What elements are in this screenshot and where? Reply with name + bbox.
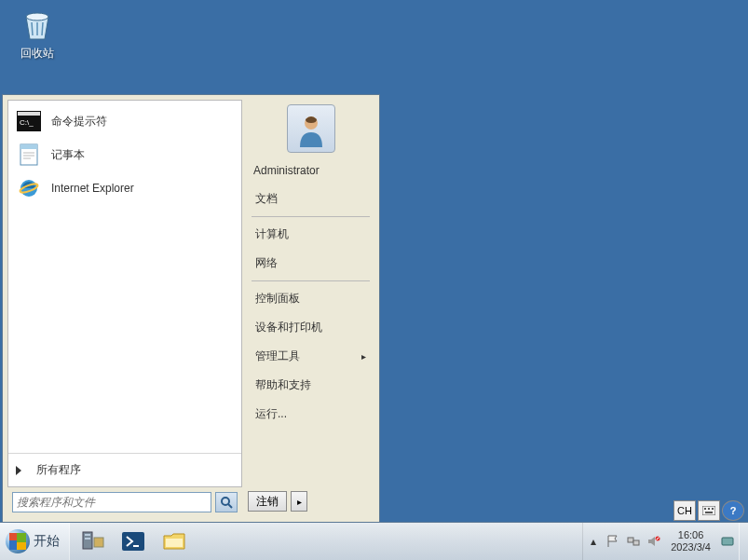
svg-rect-22 [94, 538, 103, 547]
svg-rect-20 [85, 534, 90, 536]
menu-item-run[interactable]: 运行... [242, 400, 379, 429]
svg-rect-21 [85, 538, 90, 540]
start-menu: C:\_ 命令提示符 记事本 Internet Explorer 所有程序 [2, 94, 380, 522]
svg-rect-25 [628, 538, 633, 542]
language-bar: CH ? [673, 500, 744, 521]
powershell-icon [120, 528, 146, 554]
menu-item-label: 管理工具 [255, 348, 300, 364]
arrow-right-icon [16, 466, 21, 475]
help-icon[interactable]: ? [722, 500, 744, 521]
menu-separator [252, 280, 370, 281]
svg-rect-5 [705, 512, 713, 513]
program-label: Internet Explorer [51, 182, 134, 195]
menu-item-admin-tools[interactable]: 管理工具▸ [242, 342, 379, 371]
logoff-options-button[interactable]: ▸ [291, 491, 307, 512]
chevron-right-icon: ▸ [361, 351, 366, 362]
menu-item-label: 网络 [255, 255, 278, 271]
svg-line-17 [228, 504, 232, 508]
svg-rect-7 [18, 112, 40, 116]
menu-item-devices-printers[interactable]: 设备和打印机 [242, 313, 379, 342]
menu-item-label: 运行... [255, 406, 287, 422]
logoff-row: 注销 ▸ [242, 486, 379, 516]
search-button[interactable] [215, 492, 238, 512]
tray-expand-button[interactable]: ▴ [587, 535, 600, 548]
menu-item-label: 设备和打印机 [255, 320, 322, 335]
server-manager-icon [79, 528, 105, 554]
all-programs-label: 所有程序 [36, 462, 81, 478]
clock-date: 2023/3/4 [671, 541, 711, 553]
svg-rect-3 [708, 508, 710, 510]
program-item-cmd[interactable]: C:\_ 命令提示符 [8, 104, 241, 138]
desktop-icon-recycle-bin[interactable]: 回收站 [9, 6, 65, 61]
taskbar-clock[interactable]: 16:06 2023/3/4 [667, 529, 714, 553]
program-item-notepad[interactable]: 记事本 [8, 138, 241, 171]
program-label: 记事本 [51, 147, 85, 163]
all-programs-button[interactable]: 所有程序 [8, 453, 241, 486]
start-menu-right-pane: Administrator 文档计算机网络控制面板设备和打印机管理工具▸帮助和支… [242, 95, 379, 522]
start-button[interactable]: 开始 [0, 523, 70, 560]
start-label: 开始 [34, 533, 60, 550]
chevron-right-icon: ▸ [297, 497, 302, 507]
taskbar: 开始 ▴ 16:06 2023/3/4 [0, 522, 748, 560]
svg-rect-1 [702, 506, 715, 515]
menu-item-documents[interactable]: 文档 [242, 184, 379, 213]
program-item-ie[interactable]: Internet Explorer [8, 171, 241, 205]
search-icon [220, 496, 233, 509]
svg-rect-29 [722, 538, 733, 545]
start-menu-search-row [7, 486, 242, 517]
start-menu-left-pane: C:\_ 命令提示符 记事本 Internet Explorer 所有程序 [7, 100, 242, 517]
svg-text:C:\_: C:\_ [20, 118, 34, 127]
svg-rect-10 [20, 144, 37, 149]
cmd-icon: C:\_ [16, 108, 42, 134]
menu-item-label: 计算机 [255, 226, 289, 242]
search-input[interactable] [12, 492, 211, 512]
start-menu-programs-list: C:\_ 命令提示符 记事本 Internet Explorer [8, 101, 241, 453]
tray-volume-icon[interactable] [646, 534, 661, 549]
user-picture[interactable] [287, 104, 335, 153]
svg-point-0 [26, 13, 48, 20]
menu-item-label: 控制面板 [255, 291, 300, 307]
windows-orb-icon [6, 529, 30, 553]
svg-point-16 [222, 498, 229, 505]
pinned-explorer[interactable] [156, 526, 193, 557]
svg-rect-26 [633, 540, 639, 545]
menu-item-help[interactable]: 帮助和支持 [242, 371, 379, 400]
user-name-label: Administrator [242, 160, 379, 184]
desktop-icon-label: 回收站 [9, 46, 65, 61]
show-desktop-button[interactable] [739, 523, 748, 560]
taskbar-pinned [70, 523, 197, 560]
clock-time: 16:06 [671, 529, 711, 541]
system-tray: ▴ 16:06 2023/3/4 [582, 523, 739, 560]
logoff-label: 注销 [256, 494, 279, 510]
program-label: 命令提示符 [51, 114, 107, 130]
tray-unknown-icon[interactable] [720, 534, 735, 549]
menu-item-control-panel[interactable]: 控制面板 [242, 284, 379, 313]
pinned-powershell[interactable] [115, 526, 152, 557]
svg-rect-2 [704, 508, 706, 510]
menu-item-network[interactable]: 网络 [242, 249, 379, 278]
folder-icon [161, 528, 187, 554]
ie-icon [16, 175, 42, 201]
notepad-icon [16, 142, 42, 168]
menu-item-label: 文档 [255, 191, 278, 207]
svg-rect-4 [712, 508, 714, 510]
svg-rect-24 [166, 539, 183, 547]
menu-item-label: 帮助和支持 [255, 377, 311, 393]
ime-indicator[interactable]: CH [673, 500, 696, 521]
recycle-bin-icon [19, 6, 56, 43]
logoff-button[interactable]: 注销 [248, 491, 287, 512]
user-avatar-icon [292, 110, 330, 147]
ime-keyboard-icon[interactable] [698, 500, 720, 521]
menu-item-computer[interactable]: 计算机 [242, 220, 379, 249]
tray-network-icon[interactable] [626, 534, 641, 549]
pinned-server-manager[interactable] [74, 526, 111, 557]
tray-flag-icon[interactable] [605, 534, 620, 549]
menu-separator [252, 216, 370, 217]
